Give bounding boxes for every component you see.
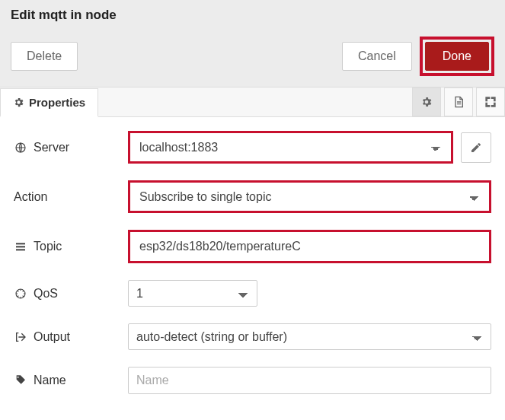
output-label: Output [34,330,70,344]
done-button[interactable]: Done [425,42,489,71]
svg-rect-2 [16,246,25,247]
tag-icon [14,374,27,387]
tab-settings-icon-button[interactable] [412,88,441,116]
gear-icon [420,96,433,108]
tab-properties-label: Properties [29,96,85,109]
qos-icon [14,288,27,300]
output-select[interactable]: auto-detect (string or buffer) [128,323,491,350]
pencil-icon [470,142,482,154]
delete-button[interactable]: Delete [11,42,78,71]
expand-icon [484,96,497,108]
document-icon [452,96,465,108]
topic-label: Topic [34,240,62,253]
svg-rect-3 [16,249,25,250]
name-input[interactable] [128,367,491,394]
server-label: Server [34,141,69,154]
qos-select[interactable]: 1 [128,280,257,307]
globe-icon [14,142,27,154]
dialog-title: Edit mqtt in node [11,8,494,23]
edit-server-button[interactable] [461,132,491,163]
topic-input[interactable] [132,234,487,259]
cancel-button[interactable]: Cancel [342,42,412,71]
tab-description-icon-button[interactable] [444,88,473,116]
gear-icon [13,97,24,108]
server-select[interactable]: localhost:1883 [132,135,449,160]
tab-properties[interactable]: Properties [0,88,98,117]
name-label: Name [34,374,66,387]
list-icon [14,240,27,253]
svg-rect-1 [16,243,25,244]
output-arrow-icon [14,331,27,343]
action-label: Action [14,190,47,204]
tab-appearance-icon-button[interactable] [476,88,505,116]
qos-label: QoS [34,287,58,301]
action-select[interactable]: Subscribe to single topic [132,184,487,209]
